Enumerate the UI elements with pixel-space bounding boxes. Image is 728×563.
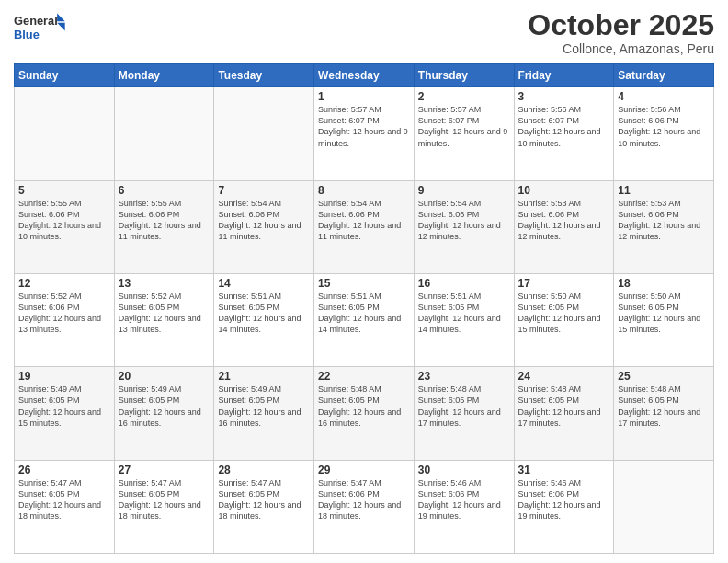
header-saturday: Saturday <box>614 64 714 87</box>
day-content-line: Sunset: 6:05 PM <box>218 395 310 406</box>
day-cell-3-1: 20Sunrise: 5:49 AMSunset: 6:05 PMDayligh… <box>114 367 214 460</box>
day-cell-2-3: 15Sunrise: 5:51 AMSunset: 6:05 PMDayligh… <box>314 273 415 366</box>
header-thursday: Thursday <box>414 64 514 87</box>
day-content-line: Sunset: 6:06 PM <box>18 302 110 313</box>
day-content-line: Daylight: 12 hours and 9 minutes. <box>418 126 510 148</box>
day-number: 22 <box>318 370 410 383</box>
day-content-line: Daylight: 12 hours and 15 minutes. <box>618 313 710 335</box>
day-content-line: Daylight: 12 hours and 16 minutes. <box>218 407 310 429</box>
day-cell-4-2: 28Sunrise: 5:47 AMSunset: 6:05 PMDayligh… <box>214 460 314 553</box>
day-cell-4-1: 27Sunrise: 5:47 AMSunset: 6:05 PMDayligh… <box>114 460 214 553</box>
svg-marker-3 <box>57 23 65 31</box>
svg-marker-2 <box>57 14 65 22</box>
day-content-line: Daylight: 12 hours and 18 minutes. <box>318 500 410 522</box>
day-cell-1-6: 11Sunrise: 5:53 AMSunset: 6:06 PMDayligh… <box>614 180 714 273</box>
svg-text:Blue: Blue <box>14 28 40 41</box>
day-content-line: Daylight: 12 hours and 10 minutes. <box>618 126 710 148</box>
day-number: 13 <box>119 277 210 290</box>
day-content-line: Daylight: 12 hours and 17 minutes. <box>418 407 510 429</box>
day-cell-2-0: 12Sunrise: 5:52 AMSunset: 6:06 PMDayligh… <box>15 273 115 366</box>
svg-text:General: General <box>14 14 58 28</box>
day-content-line: Daylight: 12 hours and 16 minutes. <box>318 407 410 429</box>
day-content-line: Sunrise: 5:47 AM <box>318 477 410 488</box>
day-content-line: Sunset: 6:06 PM <box>518 488 610 500</box>
day-content-line: Daylight: 12 hours and 18 minutes. <box>119 500 210 522</box>
header-sunday: Sunday <box>15 64 115 87</box>
day-content-line: Sunrise: 5:55 AM <box>119 198 210 209</box>
day-content-line: Daylight: 12 hours and 12 minutes. <box>418 220 510 242</box>
day-content-line: Sunset: 6:05 PM <box>318 302 410 313</box>
day-cell-3-4: 23Sunrise: 5:48 AMSunset: 6:05 PMDayligh… <box>414 367 514 460</box>
day-number: 19 <box>18 370 110 383</box>
week-row-2: 5Sunrise: 5:55 AMSunset: 6:06 PMDaylight… <box>15 180 714 273</box>
day-content-line: Sunrise: 5:48 AM <box>418 384 510 395</box>
day-content-line: Daylight: 12 hours and 12 minutes. <box>618 220 710 242</box>
day-cell-4-4: 30Sunrise: 5:46 AMSunset: 6:06 PMDayligh… <box>414 460 514 553</box>
day-content-line: Sunset: 6:05 PM <box>318 395 410 406</box>
day-content-line: Daylight: 12 hours and 10 minutes. <box>18 220 110 242</box>
day-content-line: Sunset: 6:05 PM <box>18 395 110 406</box>
day-content-line: Sunset: 6:05 PM <box>119 395 210 406</box>
day-cell-1-2: 7Sunrise: 5:54 AMSunset: 6:06 PMDaylight… <box>214 180 314 273</box>
day-content-line: Sunset: 6:05 PM <box>119 488 210 500</box>
day-number: 20 <box>119 370 210 383</box>
day-content-line: Sunset: 6:07 PM <box>418 115 510 126</box>
page: General Blue October 2025 Collonce, Amaz… <box>0 0 728 563</box>
day-content-line: Sunrise: 5:46 AM <box>418 477 510 488</box>
day-number: 12 <box>18 277 110 290</box>
day-content-line: Sunset: 6:05 PM <box>218 302 310 313</box>
day-content-line: Sunrise: 5:51 AM <box>418 291 510 302</box>
day-content-line: Daylight: 12 hours and 19 minutes. <box>518 500 610 522</box>
week-row-3: 12Sunrise: 5:52 AMSunset: 6:06 PMDayligh… <box>15 273 714 366</box>
day-number: 21 <box>218 370 310 383</box>
day-content-line: Sunrise: 5:46 AM <box>518 477 610 488</box>
day-content-line: Sunset: 6:06 PM <box>618 209 710 220</box>
month-title: October 2025 <box>528 9 714 41</box>
header-tuesday: Tuesday <box>214 64 314 87</box>
day-content-line: Daylight: 12 hours and 18 minutes. <box>218 500 310 522</box>
day-content-line: Daylight: 12 hours and 16 minutes. <box>119 407 210 429</box>
day-content-line: Sunset: 6:06 PM <box>318 488 410 500</box>
day-content-line: Daylight: 12 hours and 17 minutes. <box>618 407 710 429</box>
location-subtitle: Collonce, Amazonas, Peru <box>528 41 714 56</box>
day-content-line: Sunset: 6:05 PM <box>418 395 510 406</box>
day-content-line: Sunset: 6:06 PM <box>618 115 710 126</box>
day-content-line: Sunrise: 5:55 AM <box>18 198 110 209</box>
day-number: 4 <box>618 90 710 103</box>
day-cell-4-3: 29Sunrise: 5:47 AMSunset: 6:06 PMDayligh… <box>314 460 415 553</box>
day-content-line: Daylight: 12 hours and 11 minutes. <box>218 220 310 242</box>
day-number: 8 <box>318 184 410 197</box>
day-content-line: Sunset: 6:06 PM <box>418 209 510 220</box>
day-cell-3-3: 22Sunrise: 5:48 AMSunset: 6:05 PMDayligh… <box>314 367 415 460</box>
day-content-line: Sunrise: 5:47 AM <box>18 477 110 488</box>
day-number: 18 <box>618 277 710 290</box>
day-content-line: Sunset: 6:06 PM <box>119 209 210 220</box>
day-content-line: Daylight: 12 hours and 11 minutes. <box>318 220 410 242</box>
day-number: 16 <box>418 277 510 290</box>
header-monday: Monday <box>114 64 214 87</box>
day-content-line: Sunrise: 5:49 AM <box>18 384 110 395</box>
week-row-1: 1Sunrise: 5:57 AMSunset: 6:07 PMDaylight… <box>15 87 714 180</box>
day-number: 9 <box>418 184 510 197</box>
day-cell-0-0 <box>15 87 115 180</box>
day-content-line: Sunset: 6:05 PM <box>618 395 710 406</box>
day-content-line: Sunset: 6:06 PM <box>218 209 310 220</box>
day-content-line: Sunrise: 5:54 AM <box>418 198 510 209</box>
day-content-line: Daylight: 12 hours and 15 minutes. <box>18 407 110 429</box>
day-content-line: Sunset: 6:05 PM <box>119 302 210 313</box>
logo: General Blue <box>14 9 69 46</box>
day-content-line: Daylight: 12 hours and 9 minutes. <box>318 126 410 148</box>
day-cell-2-6: 18Sunrise: 5:50 AMSunset: 6:05 PMDayligh… <box>614 273 714 366</box>
day-cell-3-6: 25Sunrise: 5:48 AMSunset: 6:05 PMDayligh… <box>614 367 714 460</box>
day-cell-0-5: 3Sunrise: 5:56 AMSunset: 6:07 PMDaylight… <box>514 87 614 180</box>
day-content-line: Sunrise: 5:48 AM <box>518 384 610 395</box>
day-number: 26 <box>18 464 110 477</box>
day-number: 14 <box>218 277 310 290</box>
day-content-line: Sunrise: 5:57 AM <box>318 104 410 115</box>
day-number: 11 <box>618 184 710 197</box>
day-content-line: Daylight: 12 hours and 11 minutes. <box>119 220 210 242</box>
day-cell-1-3: 8Sunrise: 5:54 AMSunset: 6:06 PMDaylight… <box>314 180 415 273</box>
day-content-line: Sunrise: 5:52 AM <box>18 291 110 302</box>
day-cell-1-1: 6Sunrise: 5:55 AMSunset: 6:06 PMDaylight… <box>114 180 214 273</box>
day-content-line: Daylight: 12 hours and 12 minutes. <box>518 220 610 242</box>
